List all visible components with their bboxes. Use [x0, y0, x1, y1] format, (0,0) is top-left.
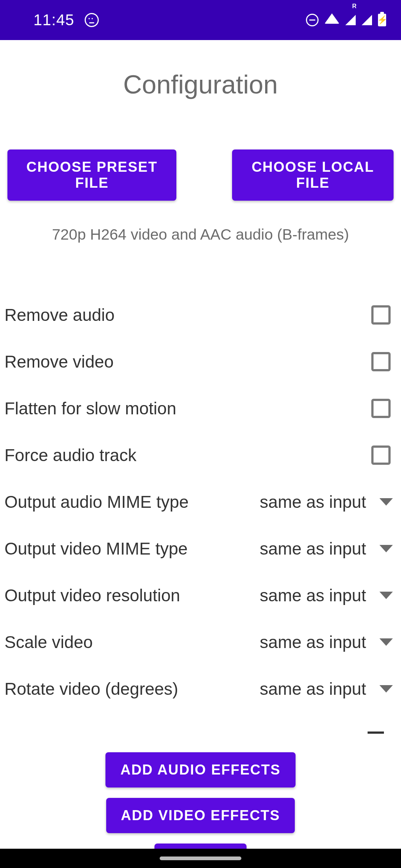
choose-preset-file-button[interactable]: CHOOSE PRESET FILE: [7, 149, 176, 201]
options-list: Remove audio Remove video Flatten for sl…: [0, 292, 401, 742]
output-video-mime-label: Output video MIME type: [4, 539, 188, 559]
flatten-slow-motion-label: Flatten for slow motion: [4, 398, 176, 418]
nav-pill[interactable]: [160, 857, 241, 860]
status-time: 11:45: [33, 11, 74, 29]
signal-icon: R: [345, 15, 356, 25]
page-title: Configuration: [0, 70, 401, 99]
remove-video-checkbox[interactable]: [371, 352, 391, 371]
flatten-slow-motion-checkbox[interactable]: [371, 399, 391, 418]
choose-local-file-button[interactable]: CHOOSE LOCAL FILE: [232, 149, 394, 201]
scale-video-select[interactable]: same as input: [260, 632, 393, 652]
output-video-mime-value: same as input: [260, 539, 366, 559]
signal-icon-2: [362, 15, 372, 25]
output-audio-mime-label: Output audio MIME type: [4, 492, 189, 512]
rotate-video-row[interactable]: Rotate video (degrees) same as input: [4, 665, 397, 712]
dnd-icon: [306, 14, 319, 26]
output-video-mime-select[interactable]: same as input: [260, 539, 393, 559]
chevron-down-icon: [379, 592, 393, 599]
battery-icon: ⚡: [378, 14, 386, 26]
rotate-video-value: same as input: [260, 679, 366, 699]
scale-video-row[interactable]: Scale video same as input: [4, 619, 397, 665]
chevron-down-icon: [379, 685, 393, 693]
remove-video-label: Remove video: [4, 352, 114, 372]
wifi-icon: [325, 13, 339, 24]
rotate-video-select[interactable]: same as input: [260, 679, 393, 699]
force-audio-track-row[interactable]: Force audio track: [4, 432, 397, 479]
effect-buttons: ADD AUDIO EFFECTS ADD VIDEO EFFECTS EXPO…: [0, 752, 401, 849]
face-icon: [85, 13, 99, 27]
app-content: Configuration CHOOSE PRESET FILE CHOOSE …: [0, 40, 401, 849]
minus-icon: [368, 731, 384, 734]
status-right: R ⚡: [306, 14, 386, 26]
force-audio-track-label: Force audio track: [4, 445, 136, 465]
force-audio-track-checkbox[interactable]: [371, 445, 391, 465]
output-video-resolution-row[interactable]: Output video resolution same as input: [4, 572, 397, 619]
output-video-resolution-value: same as input: [260, 585, 366, 605]
output-video-mime-row[interactable]: Output video MIME type same as input: [4, 525, 397, 572]
scale-video-label: Scale video: [4, 632, 93, 652]
output-video-resolution-select[interactable]: same as input: [260, 585, 393, 605]
battery-bolt-icon: ⚡: [377, 15, 387, 25]
remove-video-row[interactable]: Remove video: [4, 338, 397, 385]
scale-video-value: same as input: [260, 632, 366, 652]
flatten-slow-motion-row[interactable]: Flatten for slow motion: [4, 385, 397, 432]
rotate-video-label: Rotate video (degrees): [4, 679, 178, 699]
add-audio-effects-button[interactable]: ADD AUDIO EFFECTS: [105, 752, 296, 788]
output-audio-mime-value: same as input: [260, 492, 366, 512]
chevron-down-icon: [379, 638, 393, 646]
file-buttons-row: CHOOSE PRESET FILE CHOOSE LOCAL FILE: [0, 149, 401, 201]
output-audio-mime-row[interactable]: Output audio MIME type same as input: [4, 479, 397, 525]
status-left: 11:45: [33, 11, 99, 29]
chevron-down-icon: [379, 498, 393, 506]
remove-audio-label: Remove audio: [4, 305, 115, 325]
remove-audio-row[interactable]: Remove audio: [4, 292, 397, 338]
add-video-effects-button[interactable]: ADD VIDEO EFFECTS: [106, 798, 295, 833]
remove-audio-checkbox[interactable]: [371, 305, 391, 325]
status-bar: 11:45 R ⚡: [0, 0, 401, 40]
output-audio-mime-select[interactable]: same as input: [260, 492, 393, 512]
output-video-resolution-label: Output video resolution: [4, 585, 180, 605]
signal-badge: R: [352, 3, 356, 10]
navigation-bar: [0, 849, 401, 868]
partial-row: [4, 723, 397, 742]
chevron-down-icon: [379, 545, 393, 552]
export-button[interactable]: EXPORT: [154, 844, 247, 849]
selected-file-description: 720p H264 video and AAC audio (B-frames): [0, 226, 401, 243]
